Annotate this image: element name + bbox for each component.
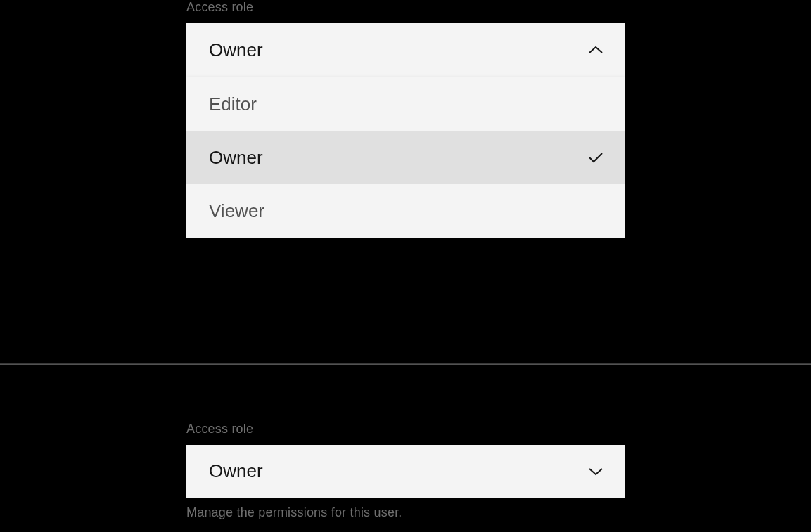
access-role-dropdown-trigger-closed[interactable]: Owner bbox=[186, 445, 625, 498]
chevron-up-icon bbox=[587, 41, 604, 58]
dropdown-option-owner[interactable]: Owner bbox=[186, 131, 625, 184]
access-role-dropdown-trigger-open[interactable]: Owner bbox=[186, 23, 625, 77]
dropdown-option-label: Owner bbox=[209, 147, 263, 169]
open-dropdown-section: Access role Owner Editor Owner Viewer bbox=[186, 0, 625, 238]
dropdown-option-viewer[interactable]: Viewer bbox=[186, 184, 625, 238]
dropdown-option-label: Editor bbox=[209, 93, 257, 115]
field-label: Access role bbox=[186, 0, 625, 15]
closed-dropdown-section: Access role Owner Manage the permissions… bbox=[186, 422, 625, 520]
dropdown-selected-value: Owner bbox=[209, 39, 263, 61]
chevron-down-icon bbox=[587, 463, 604, 480]
dropdown-options-list: Editor Owner Viewer bbox=[186, 77, 625, 238]
check-icon bbox=[587, 149, 604, 166]
helper-text: Manage the permissions for this user. bbox=[186, 505, 625, 520]
section-divider-line bbox=[0, 364, 811, 365]
dropdown-selected-value: Owner bbox=[209, 460, 263, 482]
dropdown-option-label: Viewer bbox=[209, 200, 264, 222]
dropdown-option-editor[interactable]: Editor bbox=[186, 77, 625, 131]
field-label: Access role bbox=[186, 422, 625, 436]
